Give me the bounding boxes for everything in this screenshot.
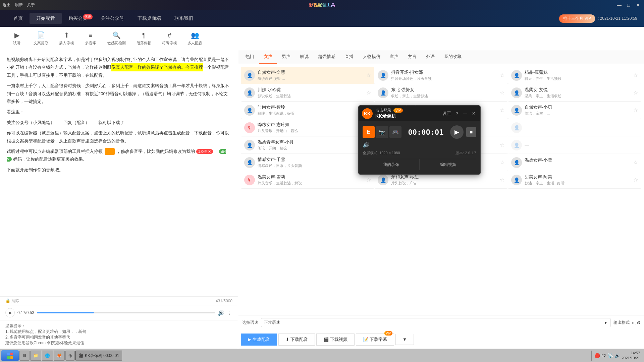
lang-dropdown[interactable]: 正常语速 ▼ [261,318,611,327]
maximize-btn[interactable]: □ [625,2,632,8]
voice-item-xueli[interactable]: 🎙 温美女声-雪莉 片头音乐，生活叙述，解说 ☆ [241,171,374,189]
tab-foreign[interactable]: 外语 [421,50,439,64]
download-video-btn[interactable]: 🎬 下载视频 [316,334,355,346]
star-icon[interactable]: ☆ [633,89,638,96]
voice-info: 精品-豆蔻妹 聊天，养生，生活频段 [525,69,633,81]
progress-bar[interactable] [37,312,215,313]
voice-item-xiaoyue[interactable]: 👤 温柔青年女声-小月 闲论，开朗，聊么 ☆ [241,136,374,154]
play-button[interactable]: ▶ [5,308,15,317]
voice-item-wenhui[interactable]: 👤 自然女声-文慧 叙说叙述, 好听... ☆ [241,67,374,84]
tool-pause-label: 插入停顿 [59,41,74,46]
kk-my-recordings-btn[interactable]: 我的录像 [363,159,420,170]
taskbar-ie[interactable]: 🌐 [42,351,53,361]
star-icon[interactable]: ☆ [366,177,371,183]
more-icon[interactable]: ⋮ [227,310,232,316]
taskbar-folder[interactable]: 📁 [30,351,41,361]
volume-icon[interactable]: 🔊 [218,310,224,316]
voice-item-qianxue[interactable]: 👤 情感女声-千雪 情感叙述，日系，片头音频 ☆ [241,154,374,171]
tab-emotion[interactable]: 超强情感 [313,50,340,64]
tool-multi-voice[interactable]: 👥 多人配音 [183,29,206,48]
voice-item-aiyue[interactable]: 👤 温柔女-艾悦 温柔，亲主，生活叙述 ☆ [508,84,641,102]
tool-sensitive[interactable]: 🔍 敏感词检测 [103,29,130,48]
clear-btn[interactable]: 🔒 清除 [5,298,19,304]
kk-game-btn[interactable]: 🎮 [389,126,401,138]
nav-vip-btn[interactable]: 抢十三个月 VIP [559,14,595,23]
voice-info: 自然女声-小贝 简洁，亲主，... [525,104,633,116]
tips-item-1: 1. 规范使用标点，配音更准确，如用，，新句 [5,329,232,335]
generate-btn[interactable]: ▶ 生成配音 [241,334,277,346]
tool-symbol[interactable]: # 符号停顿 [158,29,181,48]
exit-btn[interactable]: 退出 [3,2,11,8]
taskbar-kk-app[interactable]: 🎥 KK录像机 00:00:01 [75,351,122,361]
star-icon[interactable]: ☆ [633,72,638,78]
tool-polyphone[interactable]: ≡ 多音字 [80,29,101,48]
voice-item-shuilinglong[interactable]: 👤 川妹-水玲珑 叙说叙述，生活叙述 ☆ [241,84,374,102]
star-icon[interactable]: ☆ [633,107,638,113]
kk-stop-btn[interactable]: ■ [466,127,476,137]
kk-play-btn[interactable]: ▶ [450,125,464,139]
voice-item-xiaobei[interactable]: 👤 自然女声-小贝 简洁，亲主，... ☆ [508,102,641,119]
about-btn[interactable]: 关于 [27,2,35,8]
download-voice-btn[interactable]: ⬇ 下载配音 [278,334,315,346]
tab-live[interactable]: 直播 [340,50,358,64]
pause-icon: ⬆ [64,31,69,39]
kk-minimize-btn[interactable]: — [462,110,469,117]
nav-home[interactable]: 首页 [7,13,30,24]
nav-follow[interactable]: 关注公众号 [94,13,131,24]
refresh-btn[interactable]: 刷新 [15,2,23,8]
kk-screen-btn[interactable]: 🖥 [363,126,375,138]
tab-narrate[interactable]: 解说 [295,50,313,64]
progress-fill [37,312,94,313]
kk-help-btn[interactable]: ? [454,110,460,117]
tool-paragraph[interactable]: ¶ 段落停顿 [132,29,155,48]
tab-favorites[interactable]: 我的收藏 [439,50,466,64]
download-subtitle-btn[interactable]: 📝 下载字幕 VIP [356,334,394,346]
voice-item-zhiling[interactable]: 👤 时尚女声-智玲 聊聊，生活叙说，好听 ☆ [241,102,374,119]
tool-pause[interactable]: ⬆ 插入停顿 [55,29,78,48]
kk-mode-btns: 🖥 📷 🎮 [363,126,401,138]
tab-dialect[interactable]: 方言 [403,50,421,64]
nav-contact[interactable]: 联系我们 [168,13,200,24]
star-icon[interactable]: ☆ [500,177,504,183]
kk-login-btn[interactable]: 点击登录 [375,108,391,113]
tool-listen[interactable]: ▶ 试听 [7,29,27,48]
taskbar-browser2[interactable]: ◎ [65,351,75,361]
kk-edit-video-btn[interactable]: 编辑视频 [420,159,476,170]
kk-settings-btn[interactable]: 设置 [441,110,452,117]
tab-imitate[interactable]: 人物模仿 [358,50,385,64]
tool-extract[interactable]: 📄 文案提取 [30,29,52,48]
star-icon[interactable]: ☆ [500,159,504,166]
minimize-btn[interactable]: — [616,2,623,8]
voice-item-xiaoxue[interactable]: 👤 温柔女声-小雪 ... ☆ [508,154,641,171]
voice-item-dongbei[interactable]: 👤 东北-强势女 叙述，亲主，生活叙述 ☆ [374,84,508,102]
start-button[interactable] [1,350,19,361]
voice-item-doukou[interactable]: 👤 精品-豆蔻妹 聊天，养生，生活频段 ☆ [508,67,641,84]
voice-avatar: 👤 [511,140,522,150]
star-icon[interactable]: ☆ [500,72,504,78]
voice-item-douyin[interactable]: 👤 抖音开场-抖女郎 抖音开场音色，片头音频 ☆ [374,67,508,84]
tab-child[interactable]: 童声 [385,50,403,64]
tab-hot[interactable]: 热门 [241,50,259,64]
kk-close-btn[interactable]: ✕ [471,110,477,117]
voice-item-amei[interactable]: 👤 甜美女声-阿美 叙述，亲主，生活...好听 ☆ [508,171,641,189]
text-area[interactable]: 短视频剪辑离不开后期配音和字幕，但是对于很多初入视频制作行业的个人和工作室来说，… [0,50,238,296]
tab-female[interactable]: 女声 [259,50,277,64]
voice-avatar: 👤 [511,87,522,98]
kk-camera-btn[interactable]: 📷 [376,126,388,138]
voice-item-zhilingjie[interactable]: 🎙 哗嗦女声-志玲姐 片头音乐，开场白，聊么 ☆ [241,119,374,136]
nav-vip[interactable]: 购买会员 优惠 [62,13,94,24]
dropdown-btn[interactable]: ▼ [395,334,414,345]
star-icon[interactable]: ☆ [633,159,638,166]
close-btn[interactable]: ✕ [635,2,641,8]
star-icon[interactable]: ☆ [366,72,371,78]
star-icon[interactable]: ☆ [500,142,504,148]
tab-male[interactable]: 男声 [277,50,295,64]
star-icon[interactable]: ☆ [366,89,371,96]
nav-download[interactable]: 下载桌面端 [131,13,168,24]
taskbar-explorer[interactable]: 🖥 [19,351,30,361]
star-icon[interactable]: ☆ [500,107,504,113]
nav-dubbing[interactable]: 开始配音 [30,13,62,24]
taskbar-firefox[interactable]: 🦊 [54,351,65,361]
star-icon[interactable]: ☆ [633,177,638,183]
star-icon[interactable]: ☆ [500,89,504,96]
